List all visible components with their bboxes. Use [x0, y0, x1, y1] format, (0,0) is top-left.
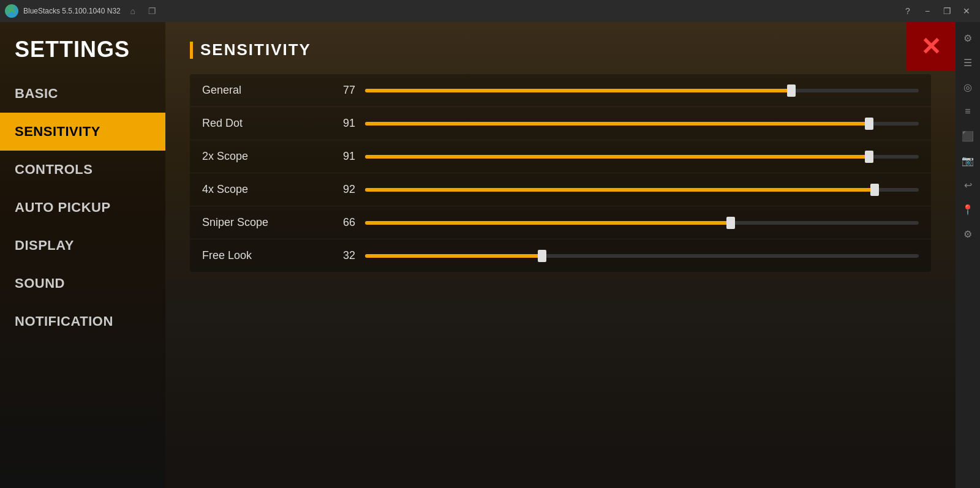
right-sidebar-btn-8[interactable]: 📍 — [957, 198, 979, 220]
sidebar-item-auto-pickup[interactable]: AUTO PICKUP — [0, 189, 165, 227]
right-sidebar-btn-7[interactable]: ↩ — [957, 174, 979, 196]
slider-fill-4x-scope — [365, 188, 875, 192]
app-logo — [5, 4, 18, 18]
sidebar-item-notification[interactable]: NOTIFICATION — [0, 302, 165, 340]
slider-thumb-general[interactable] — [787, 84, 796, 97]
section-accent-bar — [190, 42, 193, 59]
slider-track-red-dot[interactable] — [365, 120, 919, 127]
slider-label-4x-scope: 4x Scope — [202, 183, 325, 196]
right-sidebar-btn-2[interactable]: ☰ — [957, 51, 979, 73]
close-x-icon: ✕ — [921, 34, 941, 59]
right-sidebar-btn-1[interactable]: ⚙ — [957, 27, 979, 49]
slider-label-free-look: Free Look — [202, 249, 325, 262]
slider-value-4x-scope: 92 — [325, 183, 355, 196]
slider-value-free-look: 32 — [325, 249, 355, 262]
slider-track-4x-scope[interactable] — [365, 186, 919, 193]
slider-value-2x-scope: 91 — [325, 150, 355, 163]
slider-fill-2x-scope — [365, 155, 869, 159]
sidebar-item-sound[interactable]: SOUND — [0, 265, 165, 302]
content-area: ✕ SENSITIVITY General 77 Red Dot 91 — [165, 22, 956, 488]
slider-thumb-4x-scope[interactable] — [870, 184, 879, 196]
right-sidebar-btn-6[interactable]: 📷 — [957, 149, 979, 171]
slider-thumb-free-look[interactable] — [538, 250, 546, 262]
slider-row-sniper-scope: Sniper Scope 66 — [190, 206, 931, 239]
slider-label-2x-scope: 2x Scope — [202, 150, 325, 163]
slider-fill-general — [365, 89, 791, 92]
restore-button[interactable]: ❐ — [938, 5, 956, 17]
titlebar-title: BlueStacks 5.5.100.1040 N32 — [23, 7, 121, 15]
slider-row-general: General 77 — [190, 74, 931, 107]
help-button[interactable]: ? — [899, 5, 916, 17]
slider-fill-free-look — [365, 254, 542, 258]
sidebar: SETTINGS BASIC SENSITIVITY CONTROLS AUTO… — [0, 22, 165, 488]
right-sidebar-btn-4[interactable]: ≡ — [957, 100, 979, 122]
slider-row-4x-scope: 4x Scope 92 — [190, 173, 931, 206]
copy-icon[interactable]: ❐ — [145, 4, 160, 18]
slider-row-2x-scope: 2x Scope 91 — [190, 140, 931, 173]
sidebar-item-display[interactable]: DISPLAY — [0, 227, 165, 265]
section-header: SENSITIVITY — [190, 40, 931, 59]
close-button[interactable]: ✕ — [958, 5, 975, 17]
slider-fill-red-dot — [365, 122, 869, 126]
slider-thumb-2x-scope[interactable] — [865, 151, 873, 163]
section-title: SENSITIVITY — [200, 40, 311, 59]
slider-label-general: General — [202, 84, 325, 97]
slider-thumb-sniper-scope[interactable] — [726, 217, 735, 229]
slider-value-general: 77 — [325, 84, 355, 97]
settings-title: SETTINGS — [0, 22, 165, 75]
sidebar-item-controls[interactable]: CONTROLS — [0, 151, 165, 189]
slider-row-red-dot: Red Dot 91 — [190, 107, 931, 140]
home-icon[interactable]: ⌂ — [126, 4, 140, 18]
slider-track-general[interactable] — [365, 87, 919, 94]
right-sidebar-btn-3[interactable]: ◎ — [957, 76, 979, 98]
main-container: SETTINGS BASIC SENSITIVITY CONTROLS AUTO… — [0, 22, 980, 488]
slider-thumb-red-dot[interactable] — [865, 118, 873, 130]
slider-track-free-look[interactable] — [365, 252, 919, 260]
sidebar-item-sensitivity[interactable]: SENSITIVITY — [0, 113, 165, 151]
slider-fill-sniper-scope — [365, 221, 731, 225]
slider-track-2x-scope[interactable] — [365, 153, 919, 160]
content-close-button[interactable]: ✕ — [907, 22, 956, 71]
titlebar: BlueStacks 5.5.100.1040 N32 ⌂ ❐ ? − ❐ ✕ — [0, 0, 980, 22]
minimize-button[interactable]: − — [919, 5, 936, 17]
slider-label-red-dot: Red Dot — [202, 117, 325, 130]
slider-value-red-dot: 91 — [325, 117, 355, 130]
sliders-container: General 77 Red Dot 91 — [190, 74, 931, 272]
slider-value-sniper-scope: 66 — [325, 216, 355, 229]
window-controls: ? − ❐ ✕ — [899, 5, 975, 17]
right-sidebar-btn-5[interactable]: ⬛ — [957, 125, 979, 147]
right-sidebar: ⚙ ☰ ◎ ≡ ⬛ 📷 ↩ 📍 ⚙ — [956, 22, 980, 488]
slider-row-free-look: Free Look 32 — [190, 239, 931, 272]
slider-track-sniper-scope[interactable] — [365, 219, 919, 227]
right-sidebar-btn-9[interactable]: ⚙ — [957, 223, 979, 245]
slider-label-sniper-scope: Sniper Scope — [202, 216, 325, 229]
sidebar-item-basic[interactable]: BASIC — [0, 75, 165, 113]
titlebar-icons: ⌂ ❐ — [126, 4, 160, 18]
